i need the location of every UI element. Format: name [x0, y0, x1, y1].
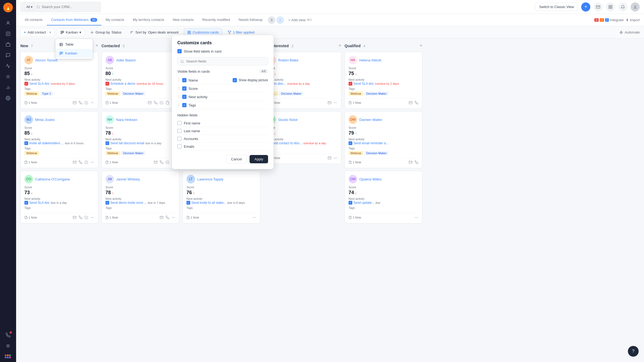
hidden-field-checkbox-first-name[interactable] [177, 121, 182, 125]
email-icon[interactable] [328, 101, 331, 105]
tab-territory[interactable]: My territory contacts [129, 14, 169, 25]
activity-link[interactable]: Send SLA doc [353, 82, 374, 86]
add-contact-button[interactable]: + Add contact ▾ [20, 28, 55, 36]
email-icon[interactable] [154, 160, 158, 164]
col-add-new[interactable]: + [95, 43, 98, 49]
more-icon[interactable] [90, 160, 94, 164]
bell-icon-btn[interactable] [618, 2, 627, 12]
file-icon[interactable] [166, 101, 169, 105]
col-add-not-interested[interactable]: + [338, 43, 341, 49]
activity-link[interactable]: Send invite to all stake... [191, 201, 226, 205]
card-damien-walter[interactable]: DW Damien Walter Score 79 ↑ Next activit… [345, 111, 422, 168]
email-icon[interactable] [73, 160, 76, 164]
contact-name[interactable]: Jannel Whitsey [116, 177, 140, 181]
integrate-button[interactable]: G O Z Integrate [594, 18, 624, 22]
hidden-field-checkbox-last-name[interactable] [177, 129, 182, 133]
sidebar-icon-messages[interactable] [4, 51, 12, 60]
tab-needs-followup[interactable]: Needs followup [234, 14, 267, 25]
tab-all-contacts[interactable]: All contacts [20, 14, 47, 25]
automate-button[interactable]: Automate [619, 30, 640, 34]
overflow-tabs-button[interactable]: › [276, 16, 284, 24]
activity-link[interactable]: Send update... [353, 201, 374, 205]
tab-new-contacts[interactable]: New contacts [169, 14, 198, 25]
card-catherina[interactable]: CO Catherina O'Corrigane Score 73 ↓ Next… [20, 171, 98, 223]
contact-name[interactable]: Nara Hinksen [116, 118, 137, 122]
cancel-button[interactable]: Cancel [226, 155, 247, 164]
sidebar-icon-apps[interactable] [4, 342, 12, 350]
search-input[interactable] [42, 5, 97, 9]
phone-icon[interactable] [160, 160, 163, 164]
task-icon[interactable] [160, 101, 163, 105]
field-checkbox-tags[interactable] [182, 103, 186, 107]
phone-icon[interactable] [166, 216, 169, 219]
sidebar-icon-deals[interactable] [4, 29, 12, 38]
group-by-button[interactable]: Group by Status [87, 28, 125, 36]
contact-name[interactable]: Lawrence Tapply [197, 177, 223, 181]
contact-name[interactable]: Robert Blake [278, 58, 298, 62]
apps-icon-btn[interactable] [606, 2, 615, 12]
contact-name[interactable]: Giusto Nolot [278, 118, 298, 122]
contact-name[interactable]: Minta Joules [35, 118, 55, 122]
all-dropdown[interactable]: All ▾ [24, 4, 35, 10]
help-button[interactable]: ? [628, 346, 639, 357]
card-helena-abbott[interactable]: HA Helena Abbott Score 75 ↓ Next activit… [345, 52, 422, 109]
col-add-qualified[interactable]: + [419, 43, 422, 49]
more-icon[interactable] [253, 216, 256, 219]
activity-link[interactable]: Invite all stakeholders ... [29, 141, 64, 145]
search-fields-input[interactable] [186, 59, 265, 63]
card-lawrence-tapply[interactable]: LT Lawrence Tapply Score 76 ↓ Next activ… [182, 171, 260, 223]
sidebar-icon-workflows[interactable] [4, 72, 12, 81]
app-logo[interactable]: 🔥 [3, 3, 13, 12]
card-jannel-whitsey[interactable]: JW Jannel Whitsey Score 78 ↓ Next activi… [101, 171, 179, 223]
card-alonzo-tassell[interactable]: AT Alonzo Tassell Score 85 ↓ Next activi… [20, 52, 98, 109]
sidebar-icon-contacts[interactable] [4, 19, 12, 27]
sidebar-icon-settings[interactable] [4, 94, 12, 102]
contact-name[interactable]: Opalina Willes [359, 177, 382, 181]
field-checkbox-name[interactable] [182, 78, 186, 82]
more-icon[interactable] [334, 156, 337, 160]
more-icon[interactable] [415, 216, 418, 219]
card-minta-joules[interactable]: MJ Minta Joules Score 85 ↓ Next activity… [20, 111, 98, 168]
add-contact-dropdown-arrow[interactable]: ▾ [47, 30, 51, 34]
add-view-button[interactable]: + Add view ⌘O [285, 16, 315, 24]
email-icon[interactable] [409, 160, 412, 164]
field-checkbox-next-activity[interactable] [182, 95, 186, 99]
user-avatar[interactable] [631, 2, 640, 12]
drag-handle[interactable]: ⠿ [177, 103, 180, 107]
email-icon[interactable] [409, 101, 412, 105]
import-button[interactable]: ⬇ Import [626, 18, 640, 22]
phone-icon[interactable] [79, 101, 82, 105]
hidden-field-checkbox-accounts[interactable] [177, 136, 182, 141]
drag-handle[interactable]: ⠿ [177, 86, 180, 91]
card-nara-hinksen[interactable]: NH Nara Hinksen Score 78 ↓ Next activity… [101, 111, 179, 168]
task-icon[interactable] [85, 216, 88, 219]
tab-recently-modified[interactable]: Recently modified [198, 14, 234, 25]
email-icon[interactable] [148, 101, 152, 105]
more-icon[interactable] [90, 101, 94, 105]
email-icon[interactable] [328, 156, 331, 160]
email-icon[interactable] [73, 101, 76, 105]
email-icon[interactable] [73, 216, 76, 219]
card-giusto-nolot[interactable]: GN Giusto Nolot Score 76 ↓ Next activity… [264, 111, 341, 164]
table-option[interactable]: Table [56, 40, 93, 49]
contact-name[interactable]: Alonzo Tassell [35, 58, 57, 62]
activity-link[interactable]: Add contact to disc... [272, 141, 302, 145]
contact-name[interactable]: Helena Abbott [359, 58, 381, 62]
more-icon[interactable] [334, 101, 337, 105]
kanban-dropdown-arrow[interactable]: ▾ [79, 30, 81, 34]
task-icon[interactable] [85, 160, 88, 164]
activity-link[interactable]: Send SLA doc [29, 82, 50, 86]
display-pic-checkbox[interactable] [233, 78, 237, 82]
task-icon[interactable] [85, 101, 88, 105]
switch-classic-button[interactable]: Switch to Classic View [535, 3, 578, 11]
hidden-field-checkbox-emails[interactable] [177, 144, 182, 149]
card-opalina-willes[interactable]: OW Opalina Willes Score 74 ↓ Next activi… [345, 171, 422, 223]
tab-my-contacts[interactable]: My contacts [101, 14, 129, 25]
sidebar-icon-accounts[interactable] [4, 40, 12, 49]
create-button[interactable]: + [581, 2, 590, 12]
more-tabs-button[interactable]: S [268, 16, 275, 24]
apply-button[interactable]: Apply [250, 155, 268, 163]
contact-name[interactable]: Adler Biasini [116, 58, 136, 62]
sidebar-icon-notifications[interactable] [4, 331, 12, 339]
phone-icon[interactable] [415, 160, 418, 164]
